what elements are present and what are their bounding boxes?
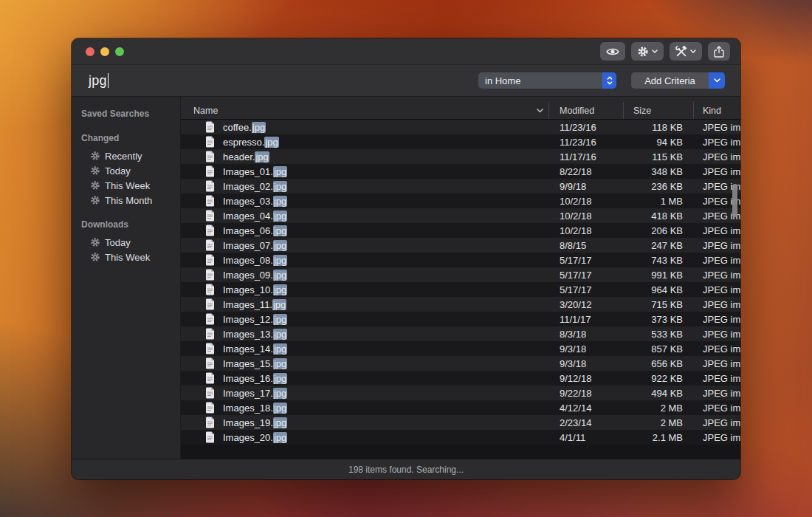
table-header: Name Modified Size Kind (181, 97, 740, 120)
gear-icon (637, 46, 649, 58)
file-row[interactable]: Images_09.jpg 5/17/17 991 KB JPEG image (181, 267, 740, 282)
file-name: Images_15.jpg (223, 358, 287, 369)
file-modified-cell: 9/12/18 (549, 373, 624, 384)
file-modified-cell: 11/23/16 (549, 137, 624, 148)
sidebar-item[interactable]: Today (81, 235, 176, 250)
minimize-button[interactable] (100, 47, 109, 56)
match-highlight: jpg (272, 299, 286, 310)
smart-folder-gear-icon (90, 165, 100, 176)
file-name: Images_17.jpg (223, 388, 287, 399)
file-kind-cell: JPEG image (694, 284, 740, 295)
file-size-cell: 115 KB (624, 151, 694, 162)
column-header-modified[interactable]: Modified (549, 102, 624, 119)
file-row[interactable]: Images_02.jpg 9/9/18 236 KB JPEG image (181, 179, 740, 194)
file-list: coffee.jpg 11/23/16 118 KB JPEG image (181, 120, 740, 459)
match-highlight: jpg (273, 196, 287, 207)
file-row[interactable]: Images_08.jpg 5/17/17 743 KB JPEG image (181, 253, 740, 267)
scrollbar-thumb[interactable] (732, 184, 737, 217)
file-name-cell: Images_03.jpg (181, 195, 549, 207)
smart-folder-gear-icon (90, 237, 100, 247)
file-modified-cell: 4/12/14 (549, 403, 624, 414)
search-scope-popup[interactable]: in Home (478, 72, 616, 89)
file-kind-cell: JPEG image (694, 299, 740, 310)
file-row[interactable]: Images_06.jpg 10/2/18 206 KB JPEG image (181, 223, 740, 238)
file-name-cell: Images_13.jpg (181, 328, 549, 340)
file-row[interactable]: espresso.jpg 11/23/16 94 KB JPEG image (181, 134, 740, 149)
file-row[interactable]: Images_19.jpg 2/23/14 2 MB JPEG image (181, 415, 740, 430)
file-row[interactable]: coffee.jpg 11/23/16 118 KB JPEG image (181, 120, 740, 134)
file-size-cell: 348 KB (624, 166, 694, 177)
action-menu-button[interactable] (631, 42, 664, 61)
zoom-button[interactable] (115, 47, 124, 56)
file-row[interactable]: Images_15.jpg 9/3/18 656 KB JPEG image (181, 356, 740, 371)
file-name: Images_04.jpg (223, 210, 287, 222)
match-highlight: jpg (273, 314, 287, 325)
sidebar-item[interactable]: This Month (81, 193, 176, 208)
file-kind-cell: JPEG image (694, 314, 740, 325)
file-name: header.jpg (223, 151, 269, 162)
sidebar-item[interactable]: This Week (81, 178, 176, 193)
file-name-cell: Images_06.jpg (181, 225, 549, 236)
quick-look-button[interactable] (600, 42, 625, 61)
file-row[interactable]: Images_13.jpg 8/3/18 533 KB JPEG image (181, 326, 740, 341)
file-row[interactable]: Images_07.jpg 8/8/15 247 KB JPEG image (181, 238, 740, 253)
file-name-cell: Images_14.jpg (181, 343, 549, 355)
file-name: Images_06.jpg (223, 225, 287, 236)
file-size-cell: 964 KB (624, 284, 694, 295)
file-kind-cell: JPEG image (694, 432, 740, 443)
file-row[interactable]: Images_04.jpg 10/2/18 418 KB JPEG image (181, 208, 740, 223)
file-size-cell: 743 KB (624, 255, 694, 266)
jpeg-file-icon (205, 343, 215, 355)
file-name-cell: Images_15.jpg (181, 357, 549, 369)
file-name: Images_20.jpg (223, 432, 287, 443)
file-modified-cell: 8/8/15 (549, 240, 624, 251)
file-row[interactable]: Images_10.jpg 5/17/17 964 KB JPEG image (181, 282, 740, 297)
file-row[interactable]: Images_18.jpg 4/12/14 2 MB JPEG image (181, 400, 740, 415)
file-size-cell: 2 MB (624, 417, 694, 428)
file-row[interactable]: Images_17.jpg 9/22/18 494 KB JPEG image (181, 386, 740, 400)
jpeg-file-icon (205, 328, 215, 340)
file-row[interactable]: Images_11.jpg 3/20/12 715 KB JPEG image (181, 297, 740, 312)
close-button[interactable] (86, 47, 94, 56)
file-row[interactable]: Images_01.jpg 8/22/18 348 KB JPEG image (181, 164, 740, 179)
file-size-cell: 373 KB (624, 314, 694, 325)
file-kind-cell: JPEG image (694, 122, 740, 133)
file-name: Images_01.jpg (223, 166, 287, 177)
jpeg-file-icon (205, 225, 215, 236)
sidebar-item[interactable]: Today (81, 163, 176, 178)
column-header-size[interactable]: Size (624, 102, 694, 119)
file-row[interactable]: Images_14.jpg 9/3/18 857 KB JPEG image (181, 341, 740, 356)
search-input[interactable]: jpg (72, 65, 478, 96)
file-name-cell: Images_07.jpg (181, 239, 549, 251)
file-name-cell: Images_09.jpg (181, 269, 549, 281)
sidebar-item-label: This Week (105, 252, 150, 263)
file-size-cell: 94 KB (624, 137, 694, 148)
column-header-name[interactable]: Name (181, 102, 549, 119)
window-content: Saved Searches Changed Recently (72, 97, 740, 459)
jpeg-file-icon (205, 372, 215, 384)
file-kind-cell: JPEG image (694, 166, 740, 177)
file-size-cell: 922 KB (624, 373, 694, 384)
sidebar-item[interactable]: This Week (81, 250, 176, 264)
sidebar-item[interactable]: Recently (81, 148, 176, 163)
file-modified-cell: 4/1/11 (549, 432, 624, 443)
sidebar-item-label: This Week (105, 180, 150, 191)
file-row[interactable]: Images_03.jpg 10/2/18 1 MB JPEG image (181, 194, 740, 208)
status-bar: 198 items found. Searching... (72, 459, 740, 479)
file-kind-cell: JPEG image (694, 329, 740, 340)
file-kind-cell: JPEG image (694, 343, 740, 355)
file-row[interactable]: Images_16.jpg 9/12/18 922 KB JPEG image (181, 371, 740, 386)
column-header-kind[interactable]: Kind (694, 102, 740, 119)
file-size-cell: 857 KB (624, 343, 694, 355)
match-highlight: jpg (273, 240, 287, 251)
tools-menu-button[interactable] (670, 42, 702, 61)
file-row[interactable]: Images_12.jpg 11/1/17 373 KB JPEG image (181, 312, 740, 326)
file-size-cell: 494 KB (624, 388, 694, 399)
share-button[interactable] (708, 42, 730, 61)
file-row[interactable]: header.jpg 11/17/16 115 KB JPEG image (181, 149, 740, 164)
match-highlight: jpg (273, 210, 287, 222)
file-modified-cell: 10/2/18 (549, 225, 624, 236)
match-highlight: jpg (252, 122, 266, 133)
file-row[interactable]: Images_20.jpg 4/1/11 2.1 MB JPEG image (181, 430, 740, 445)
add-criteria-button[interactable]: Add Criteria (631, 72, 725, 89)
